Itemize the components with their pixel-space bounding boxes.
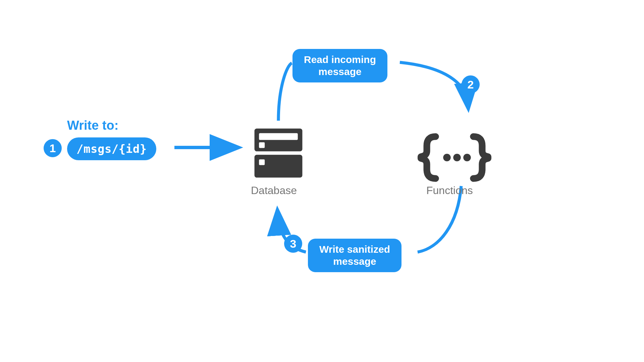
functions-label: Functions: [426, 184, 473, 197]
path-pill: /msgs/{id}: [67, 137, 156, 160]
read-message-pill: Read incoming message: [292, 49, 387, 82]
step-badge-2: 2: [462, 75, 480, 94]
arc-db-to-read-pill: [278, 63, 292, 121]
database-label: Database: [251, 184, 297, 197]
functions-icon: [416, 132, 493, 184]
svg-point-8: [463, 154, 471, 162]
pill-text: Write sanitized message: [319, 244, 390, 267]
flow-diagram: Write to: 1 2 3 /msgs/{id} Read incoming…: [0, 0, 644, 362]
step-number: 2: [468, 78, 474, 91]
step-number: 3: [290, 237, 297, 250]
svg-rect-4: [255, 155, 303, 178]
write-message-pill: Write sanitized message: [308, 239, 401, 272]
arc-read-pill-to-functions: [400, 62, 468, 104]
svg-rect-2: [259, 133, 298, 140]
step-number: 1: [50, 142, 56, 155]
svg-point-6: [443, 154, 451, 162]
step-badge-1: 1: [44, 139, 62, 157]
svg-rect-3: [259, 142, 265, 148]
database-icon: [250, 124, 307, 182]
svg-rect-5: [259, 159, 265, 165]
pill-text: Read incoming message: [304, 54, 376, 77]
write-to-label: Write to:: [67, 118, 118, 133]
step-badge-3: 3: [284, 235, 302, 253]
svg-point-7: [453, 154, 461, 162]
